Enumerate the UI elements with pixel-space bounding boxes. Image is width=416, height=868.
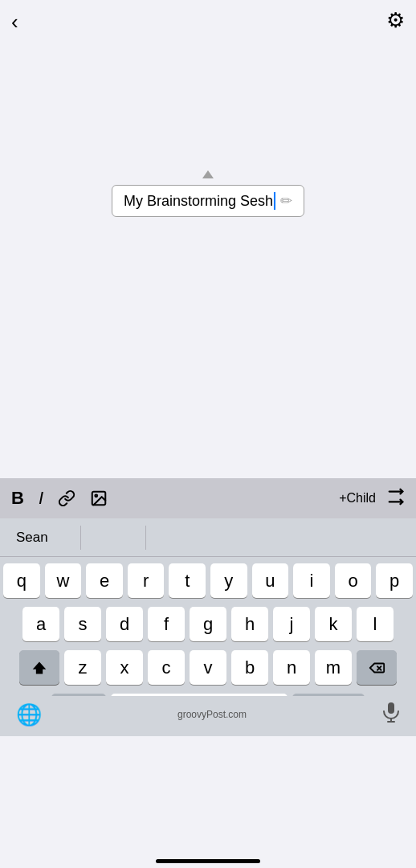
node-box[interactable]: My Brainstorming Sesh ✏ xyxy=(112,185,304,217)
home-indicator xyxy=(156,859,260,863)
svg-rect-7 xyxy=(388,702,394,714)
key-w[interactable]: w xyxy=(45,563,82,598)
close-keyboard-button[interactable] xyxy=(387,488,405,510)
suggestion-divider xyxy=(80,526,81,550)
edit-icon: ✏ xyxy=(280,192,292,210)
shift-key[interactable] xyxy=(19,650,59,685)
key-row-3: z x c v b n m xyxy=(3,650,413,685)
key-m[interactable]: m xyxy=(315,650,352,685)
add-child-button[interactable]: +Child xyxy=(339,491,376,506)
key-y[interactable]: y xyxy=(210,563,247,598)
key-s[interactable]: s xyxy=(64,607,101,641)
suggestion-text[interactable]: Sean xyxy=(16,530,48,546)
key-z[interactable]: z xyxy=(64,650,101,685)
svg-marker-4 xyxy=(33,661,47,674)
watermark: groovyPost.com xyxy=(177,709,247,720)
keyboard-bottom-bar: 🌐 groovyPost.com xyxy=(0,696,416,736)
key-d[interactable]: d xyxy=(106,607,143,641)
key-n[interactable]: n xyxy=(273,650,310,685)
key-x[interactable]: x xyxy=(106,650,143,685)
key-k[interactable]: k xyxy=(315,607,352,641)
key-j[interactable]: j xyxy=(273,607,310,641)
text-cursor xyxy=(274,192,275,210)
italic-button[interactable]: I xyxy=(39,488,43,509)
back-button[interactable]: ‹ xyxy=(11,11,18,32)
key-row-2: a s d f g h j k l xyxy=(3,607,413,641)
toolbar-right: +Child xyxy=(339,488,405,510)
node-caret xyxy=(202,170,214,178)
node-text: My Brainstorming Sesh xyxy=(124,193,273,210)
globe-icon[interactable]: 🌐 xyxy=(16,702,42,727)
key-i[interactable]: i xyxy=(293,563,330,598)
key-r[interactable]: r xyxy=(128,563,165,598)
key-a[interactable]: a xyxy=(22,607,59,641)
key-o[interactable]: o xyxy=(335,563,372,598)
keyboard: Sean q w e r t y u i o p a s d f g h j k xyxy=(0,518,416,736)
key-e[interactable]: e xyxy=(86,563,123,598)
node-container: My Brainstorming Sesh ✏ xyxy=(112,185,304,217)
key-h[interactable]: h xyxy=(231,607,268,641)
toolbar-left: B I xyxy=(11,488,108,509)
key-p[interactable]: p xyxy=(376,563,413,598)
key-t[interactable]: t xyxy=(169,563,206,598)
bold-button[interactable]: B xyxy=(11,488,24,509)
suggestion-divider-2 xyxy=(145,526,146,550)
key-g[interactable]: g xyxy=(190,607,226,641)
key-c[interactable]: c xyxy=(148,650,185,685)
svg-point-1 xyxy=(95,494,97,497)
key-v[interactable]: v xyxy=(190,650,226,685)
suggestion-bar: Sean xyxy=(0,518,416,557)
image-button[interactable] xyxy=(90,489,108,507)
key-u[interactable]: u xyxy=(252,563,289,598)
settings-button[interactable]: ⚙ xyxy=(386,8,405,33)
key-l[interactable]: l xyxy=(357,607,394,641)
key-row-1: q w e r t y u i o p xyxy=(3,563,413,598)
mic-icon[interactable] xyxy=(382,702,400,727)
key-f[interactable]: f xyxy=(148,607,185,641)
backspace-key[interactable] xyxy=(357,650,397,685)
link-button[interactable] xyxy=(58,489,75,507)
canvas-area: ‹ ⚙ My Brainstorming Sesh ✏ xyxy=(0,0,416,478)
key-q[interactable]: q xyxy=(3,563,40,598)
key-b[interactable]: b xyxy=(231,650,268,685)
formatting-toolbar: B I +Child xyxy=(0,478,416,518)
